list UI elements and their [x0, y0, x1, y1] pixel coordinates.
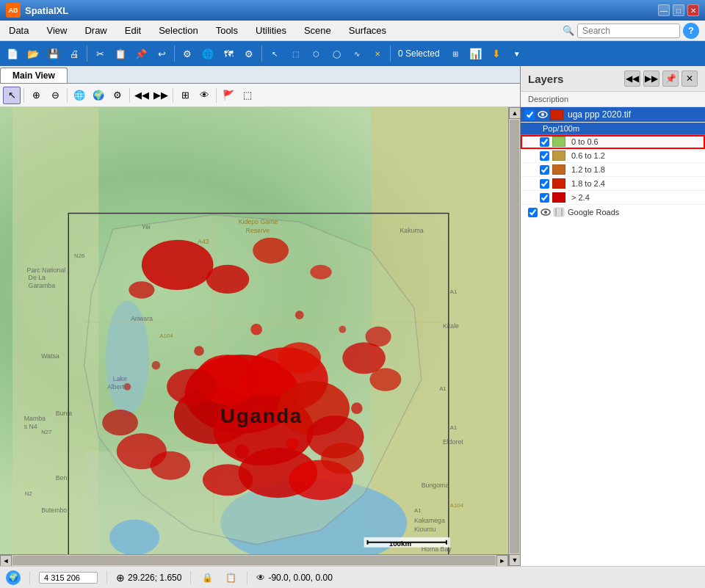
tb-settings-button[interactable]: ⚙: [178, 44, 197, 63]
layers-close-button[interactable]: ✕: [682, 70, 698, 87]
map-scrollbar-horizontal[interactable]: ◄ ►: [0, 554, 508, 566]
scroll-left-arrow[interactable]: ◄: [0, 555, 12, 566]
tb-map-button[interactable]: 🗺: [219, 44, 238, 63]
layer-row-google-roads[interactable]: Google Roads: [521, 205, 705, 219]
layer-row-uga-ppp[interactable]: uga ppp 2020.tif: [521, 107, 705, 123]
legend-row-2[interactable]: 1.2 to 1.8: [521, 163, 705, 177]
svg-point-37: [152, 361, 161, 370]
tb-print-button[interactable]: 🖨: [65, 44, 84, 63]
restore-button[interactable]: □: [673, 4, 684, 16]
tb-globe-button[interactable]: 🌐: [198, 44, 217, 63]
status-map-button[interactable]: 📋: [223, 570, 238, 585]
close-button[interactable]: ✕: [687, 4, 699, 16]
svg-text:N27: N27: [41, 429, 51, 435]
svg-text:N26: N26: [74, 253, 84, 259]
svg-point-10: [206, 265, 250, 294]
svg-text:Ben: Ben: [56, 474, 68, 482]
map-body[interactable]: Uganda 100km A43 Kidepo Game Reserve Kak…: [0, 107, 520, 566]
tb-export-button[interactable]: ⬇: [487, 44, 506, 63]
layers-next-button[interactable]: ▶▶: [643, 70, 659, 87]
nav-eye[interactable]: 👁: [195, 87, 213, 104]
scroll-down-arrow[interactable]: ▼: [509, 554, 520, 566]
legend-row-0[interactable]: 0 to 0.6: [521, 135, 705, 149]
layer-name-uga-ppp: uga ppp 2020.tif: [568, 109, 701, 120]
tb-sel-poly[interactable]: ⬡: [306, 44, 325, 63]
tb-sel-x[interactable]: ✕: [368, 44, 387, 63]
layers-title: Layers: [528, 73, 563, 85]
svg-text:Parc National: Parc National: [27, 266, 66, 274]
nav-zoom-out[interactable]: ⊖: [46, 87, 64, 104]
layer-checkbox-google-roads[interactable]: [528, 208, 538, 217]
tb-copy-button[interactable]: 📋: [111, 44, 130, 63]
tb-table-button[interactable]: ⊞: [446, 44, 465, 63]
tb-sel-lasso[interactable]: ∿: [347, 44, 366, 63]
minimize-button[interactable]: —: [658, 4, 670, 16]
menu-draw[interactable]: Draw: [76, 21, 115, 40]
svg-text:Kidepo Game: Kidepo Game: [239, 218, 278, 225]
search-input[interactable]: [577, 23, 680, 38]
tb-undo-button[interactable]: ↩: [152, 44, 171, 63]
nav-grid[interactable]: ⊞: [176, 87, 194, 104]
map-scrollbar-vertical[interactable]: ▲ ▼: [508, 107, 520, 566]
legend-checkbox-2[interactable]: [540, 165, 549, 175]
menu-tools[interactable]: Tools: [207, 21, 247, 40]
tb-sel-arrow[interactable]: ↖: [265, 44, 284, 63]
nav-next[interactable]: ▶▶: [152, 87, 170, 104]
google-roads-icon: [553, 207, 565, 217]
legend-checkbox-0[interactable]: [540, 137, 549, 147]
layer-checkbox-uga-ppp[interactable]: [525, 110, 535, 120]
tb-more-button[interactable]: ▼: [507, 44, 527, 63]
menu-edit[interactable]: Edit: [116, 21, 150, 40]
status-sep-4: [247, 571, 247, 584]
help-button[interactable]: ?: [683, 23, 699, 39]
tb-gear2-button[interactable]: ⚙: [239, 44, 258, 63]
tb-cut-button[interactable]: ✂: [90, 44, 109, 63]
legend-checkbox-1[interactable]: [540, 151, 549, 161]
menu-selection[interactable]: Selection: [150, 21, 206, 40]
nav-gear[interactable]: ⚙: [109, 87, 126, 104]
layers-prev-button[interactable]: ◀◀: [624, 70, 640, 87]
menu-view[interactable]: View: [37, 21, 76, 40]
status-extent: -90.0, 0.00, 0.00: [268, 573, 332, 583]
status-globe-icon[interactable]: 🌍: [6, 570, 21, 585]
legend-checkbox-4[interactable]: [540, 193, 549, 203]
menu-scene[interactable]: Scene: [295, 21, 340, 40]
scroll-right-arrow[interactable]: ►: [496, 555, 508, 566]
legend-row-3[interactable]: 1.8 to 2.4: [521, 177, 705, 191]
tb-open-button[interactable]: 📂: [24, 44, 43, 63]
search-icon: 🔍: [563, 25, 574, 36]
svg-text:Bunia: Bunia: [56, 410, 73, 417]
legend-checkbox-3[interactable]: [540, 179, 549, 189]
layer-vis-icon-uga-ppp: [538, 109, 548, 120]
tb-sel-circle[interactable]: ◯: [327, 44, 346, 63]
scroll-thumb-vertical[interactable]: [510, 120, 519, 553]
legend-row-4[interactable]: > 2.4: [521, 191, 705, 205]
nav-flag[interactable]: 🚩: [220, 87, 237, 104]
status-lock-button[interactable]: 🔒: [200, 570, 214, 585]
nav-cursor[interactable]: ↖: [3, 87, 21, 104]
svg-text:A1: A1: [450, 424, 458, 431]
nav-zoom-in[interactable]: ⊕: [27, 87, 45, 104]
tb-separator-3: [261, 46, 262, 62]
scroll-thumb-horizontal[interactable]: [12, 556, 496, 565]
tb-new-button[interactable]: 📄: [3, 44, 22, 63]
scroll-up-arrow[interactable]: ▲: [509, 107, 520, 119]
tb-chart-button[interactable]: 📊: [466, 44, 485, 63]
titlebar-left: AB SpatialXL: [6, 3, 68, 18]
menu-surfaces[interactable]: Surfaces: [340, 21, 395, 40]
menu-data[interactable]: Data: [0, 21, 37, 40]
tb-sel-rect[interactable]: ⬚: [286, 44, 305, 63]
legend-swatch-4: [552, 192, 565, 203]
cursor-icon: ⊕: [116, 572, 125, 584]
legend-row-1[interactable]: 0.6 to 1.2: [521, 149, 705, 163]
tb-pin-button[interactable]: 📌: [131, 44, 151, 63]
nav-square[interactable]: ⬚: [239, 87, 256, 104]
nav-globe2[interactable]: 🌍: [90, 87, 107, 104]
nav-globe[interactable]: 🌐: [70, 87, 88, 104]
tab-main-view[interactable]: Main View: [0, 68, 68, 83]
nav-sep-3: [129, 88, 130, 103]
layers-pin-button[interactable]: 📌: [662, 70, 679, 87]
tb-save-button[interactable]: 💾: [44, 44, 63, 63]
menu-utilities[interactable]: Utilities: [247, 21, 295, 40]
nav-prev[interactable]: ◀◀: [133, 87, 151, 104]
